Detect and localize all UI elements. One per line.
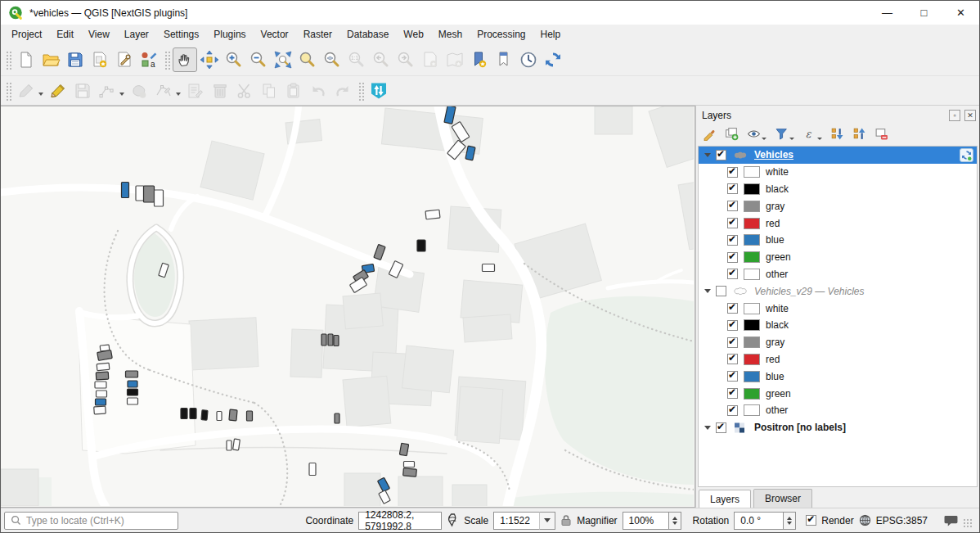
visibility-checkbox[interactable]: [727, 167, 738, 178]
resize-grip[interactable]: [963, 518, 973, 528]
visibility-checkbox[interactable]: [716, 422, 726, 433]
zoom-native-button[interactable]: 1:1: [344, 47, 369, 72]
menu-plugins[interactable]: Plugins: [206, 26, 253, 43]
menu-settings[interactable]: Settings: [156, 26, 206, 43]
menu-mesh[interactable]: Mesh: [431, 26, 470, 43]
digitize-line-button[interactable]: [95, 79, 119, 103]
toolbar-grip[interactable]: [5, 50, 11, 70]
legend-item-black[interactable]: black: [699, 181, 977, 198]
visibility-checkbox[interactable]: [727, 354, 738, 364]
project-save-button[interactable]: [63, 47, 88, 72]
render-checkbox[interactable]: [806, 515, 816, 526]
panel-tab-layers[interactable]: Layers: [699, 490, 751, 508]
legend-item-gray[interactable]: gray: [699, 334, 977, 351]
visibility-checkbox[interactable]: [727, 388, 738, 399]
pan-map-button[interactable]: [173, 47, 197, 72]
dropdown-caret-icon[interactable]: [789, 138, 794, 140]
magnifier-spinbox[interactable]: 100%: [623, 512, 681, 530]
project-new-button[interactable]: [14, 47, 38, 72]
coordinate-input[interactable]: 1242808.2, 5791992.8: [358, 512, 442, 530]
zoom-in-button[interactable]: [222, 47, 246, 72]
rotation-spin-buttons[interactable]: [783, 512, 796, 530]
panel-float-button[interactable]: ▫: [949, 110, 960, 121]
crs-indicator[interactable]: EPSG:3857: [876, 515, 928, 526]
nextgis-sync-status-icon[interactable]: [960, 148, 973, 162]
visibility-checkbox[interactable]: [716, 150, 726, 160]
scale-combobox[interactable]: 1:1522: [493, 512, 555, 530]
new-map-bookmark-button[interactable]: [418, 47, 443, 72]
zoom-next-button[interactable]: [393, 47, 418, 72]
minimize-button[interactable]: —: [869, 1, 906, 25]
legend-item-red[interactable]: red: [699, 351, 977, 368]
menu-raster[interactable]: Raster: [296, 26, 339, 43]
filter-expression-button[interactable]: ε: [799, 125, 819, 143]
visibility-checkbox[interactable]: [727, 303, 738, 314]
messages-button[interactable]: [944, 514, 958, 526]
project-open-button[interactable]: [38, 47, 63, 72]
expand-all-button[interactable]: [827, 125, 847, 143]
visibility-checkbox[interactable]: [727, 337, 738, 348]
filter-legend-button[interactable]: [771, 125, 791, 143]
show-layout-manager-button[interactable]: [112, 47, 137, 72]
temporal-controller-button[interactable]: [516, 47, 541, 72]
locator-input[interactable]: Type to locate (Ctrl+K): [4, 512, 178, 530]
collapse-all-button[interactable]: [849, 125, 869, 143]
current-edits-button[interactable]: [14, 79, 38, 103]
zoom-to-layer-button[interactable]: [320, 47, 344, 72]
pan-to-selection-button[interactable]: [197, 47, 222, 72]
menu-view[interactable]: View: [81, 26, 117, 43]
toolbar-grip[interactable]: [357, 81, 364, 101]
legend-item-green[interactable]: green: [699, 249, 977, 266]
delete-selected-button[interactable]: [208, 79, 232, 103]
layer-item-vehicles-v29-vehicles[interactable]: Vehicles_v29 — Vehicles: [699, 282, 977, 300]
style-manager-button[interactable]: a: [137, 47, 161, 72]
visibility-checkbox[interactable]: [727, 269, 738, 279]
redo-button[interactable]: [330, 79, 355, 103]
visibility-checkbox[interactable]: [727, 218, 738, 228]
menu-help[interactable]: Help: [533, 26, 569, 43]
menu-project[interactable]: Project: [4, 26, 49, 43]
dropdown-caret-icon[interactable]: [176, 93, 181, 96]
new-print-layout-button[interactable]: [88, 47, 112, 72]
remove-layer-button[interactable]: [871, 125, 891, 143]
crs-globe-icon[interactable]: [859, 514, 871, 526]
style-dock-button[interactable]: [699, 125, 719, 143]
new-spatial-bookmark-button[interactable]: [467, 47, 492, 72]
visibility-checkbox[interactable]: [727, 371, 738, 382]
visibility-checkbox[interactable]: [716, 286, 726, 296]
menu-vector[interactable]: Vector: [254, 26, 296, 43]
layer-item-positron-no-labels-[interactable]: Positron [no labels]: [699, 419, 977, 436]
show-bookmarks-button[interactable]: [492, 47, 516, 72]
expander-icon[interactable]: [704, 151, 712, 159]
toolbar-grip[interactable]: [5, 81, 11, 101]
legend-item-white[interactable]: white: [699, 300, 977, 317]
extents-toggle-icon[interactable]: [447, 513, 459, 527]
rotation-spinbox[interactable]: 0.0 °: [734, 512, 796, 530]
bookmark-manager-button[interactable]: [443, 47, 467, 72]
dropdown-caret-icon[interactable]: [38, 93, 43, 96]
legend-item-white[interactable]: white: [699, 164, 977, 181]
legend-item-blue[interactable]: blue: [699, 232, 977, 249]
save-edits-button[interactable]: [70, 79, 95, 103]
visibility-checkbox[interactable]: [727, 405, 738, 416]
legend-item-red[interactable]: red: [699, 215, 977, 232]
cut-features-button[interactable]: [232, 79, 257, 103]
legend-item-black[interactable]: black: [699, 317, 977, 334]
menu-database[interactable]: Database: [339, 26, 396, 43]
visibility-checkbox[interactable]: [727, 235, 738, 246]
add-group-button[interactable]: [722, 125, 741, 143]
visibility-checkbox[interactable]: [727, 201, 738, 211]
panel-tab-browser[interactable]: Browser: [753, 489, 812, 508]
dropdown-caret-icon[interactable]: [762, 138, 766, 140]
refresh-button[interactable]: [541, 47, 565, 72]
menu-edit[interactable]: Edit: [49, 26, 81, 43]
toggle-editing-button[interactable]: [46, 79, 70, 103]
legend-item-blue[interactable]: blue: [699, 368, 977, 385]
map-canvas[interactable]: [1, 106, 695, 508]
modify-attributes-button[interactable]: [183, 79, 208, 103]
close-button[interactable]: ✕: [942, 1, 979, 25]
paste-features-button[interactable]: [281, 79, 306, 103]
vertex-tool-button[interactable]: [151, 79, 176, 103]
legend-item-other[interactable]: other: [699, 402, 977, 419]
legend-item-other[interactable]: other: [699, 266, 977, 283]
